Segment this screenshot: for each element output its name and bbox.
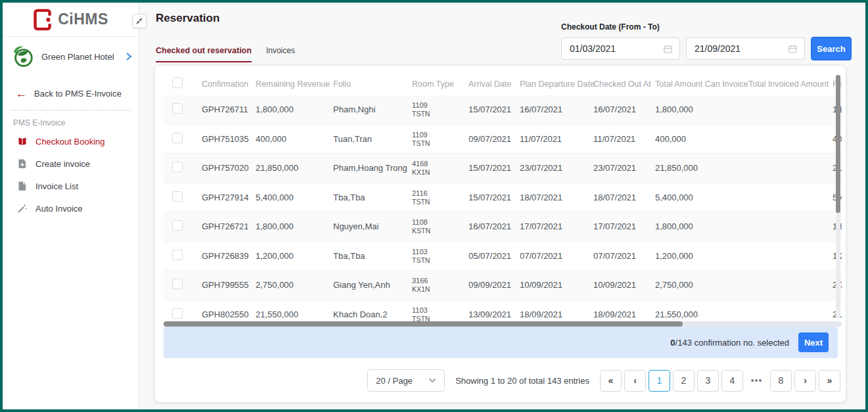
cell-folio: Pham,Hoang Trong [333, 163, 412, 173]
room-number: 1103 [412, 306, 462, 315]
next-button[interactable]: Next [798, 332, 829, 352]
collapse-arrows-icon [135, 16, 144, 26]
cell-folio: Khach Doan,2 [333, 309, 412, 319]
row-checkbox[interactable] [172, 308, 183, 319]
cell-room-type: 1108 KSTN [412, 218, 468, 235]
sidebar: CiHMS Green Planet Hotel ← Back to PMS E… [3, 3, 139, 409]
cell-plan-departure-date: 11/07/2021 [520, 134, 593, 144]
hotel-name: Green Planet Hotel [41, 52, 120, 62]
page-3-button[interactable]: 3 [697, 370, 719, 392]
row-checkbox[interactable] [172, 220, 183, 231]
selected-count: 0 [670, 338, 675, 348]
cell-folio: Tba,Tba [333, 251, 412, 261]
page-4-button[interactable]: 4 [721, 370, 743, 392]
horizontal-scrollbar[interactable] [164, 321, 842, 327]
first-page-button[interactable]: « [600, 370, 622, 392]
page-1-button[interactable]: 1 [649, 370, 670, 392]
search-button[interactable]: Search [811, 37, 852, 60]
cell-confirmation: GPH799555 [202, 280, 256, 290]
table-body: GPH726711 1,800,000 Pham,Nghi 1109 TSTN … [164, 95, 842, 321]
page-8-button[interactable]: 8 [770, 370, 792, 392]
main-content: Reservation Checked out reservation Invo… [140, 3, 865, 409]
sidebar-item-label: Auto Invoice [35, 204, 83, 214]
sidebar-item-label: Create invoice [35, 159, 90, 169]
cell-plan-departure-date: 18/09/2021 [520, 309, 593, 319]
prev-page-button[interactable]: ‹ [624, 370, 646, 392]
sidebar-item-checkout-booking[interactable]: Checkout Booking [3, 130, 139, 152]
cell-remaining-revenue: 400,000 [256, 134, 333, 144]
book-icon [17, 136, 28, 147]
cell-remaining-revenue: 1,200,000 [256, 251, 333, 261]
cell-room-type: 1103 TSTN [412, 248, 468, 264]
sidebar-item-auto-invoice[interactable]: Auto Invoice [3, 197, 139, 219]
cell-total-amount-can-invoice: 21,850,000 [655, 163, 748, 173]
date-to-input[interactable]: 21/09/2021 [686, 37, 805, 60]
tab-checked-out-reservation[interactable]: Checked out reservation [156, 46, 252, 62]
room-code: TSTN [412, 315, 462, 321]
row-checkbox[interactable] [172, 133, 183, 143]
sidebar-item-create-invoice[interactable]: Create invoice [3, 152, 139, 175]
room-code: KX1N [412, 168, 462, 176]
sidebar-item-label: Invoice List [35, 181, 78, 191]
calendar-icon [663, 44, 673, 54]
chevron-down-icon [428, 378, 436, 383]
cihms-door-logo-icon [33, 9, 53, 31]
logo: CiHMS [3, 3, 139, 37]
table-row: GPH726711 1,800,000 Pham,Nghi 1109 TSTN … [164, 95, 842, 125]
row-checkbox[interactable] [172, 191, 183, 202]
col-folio: Folio [333, 80, 412, 89]
page-size-select[interactable]: 20 / Page [367, 369, 445, 392]
reservation-table-card: Confirmation Remaining Revenue Folio Roo… [155, 66, 846, 402]
cell-confirmation: GPH727914 [202, 193, 256, 202]
cell-checked-out-at: 16/07/2021 [593, 104, 655, 114]
next-page-button[interactable]: › [794, 370, 816, 392]
cell-total-amount-can-invoice: 2,750,000 [655, 280, 748, 290]
cell-total-amount-can-invoice: 400,000 [655, 134, 748, 144]
sidebar-item-invoice-list[interactable]: Invoice List [3, 175, 139, 197]
page-2-button[interactable]: 2 [673, 370, 695, 392]
cell-confirmation: GPH726839 [202, 251, 256, 261]
row-checkbox[interactable] [172, 103, 183, 114]
pagination-pages: «‹1234•••8›» [600, 370, 843, 392]
cell-arrival-date: 15/07/2021 [468, 193, 520, 202]
logo-text: CiHMS [58, 11, 108, 28]
sidebar-menu: Checkout Booking Create invoice Invoice … [3, 130, 139, 219]
horizontal-scrollbar-thumb[interactable] [164, 321, 683, 327]
cell-folio: Nguyen,Mai [333, 221, 412, 231]
select-all-checkbox[interactable] [172, 78, 183, 88]
row-checkbox[interactable] [172, 279, 183, 289]
page-size-value: 20 / Page [376, 376, 413, 386]
col-room-type: Room Type [412, 80, 468, 89]
row-checkbox[interactable] [172, 162, 183, 172]
cell-confirmation: GPH726711 [202, 104, 256, 114]
back-arrow-icon: ← [16, 88, 27, 99]
cell-checked-out-at: 18/07/2021 [593, 193, 655, 202]
cell-plan-departure-date: 17/07/2021 [520, 221, 593, 231]
cell-folio: Tba,Tba [333, 193, 412, 202]
last-page-button[interactable]: » [819, 370, 840, 392]
row-checkbox[interactable] [172, 250, 183, 260]
vertical-scrollbar[interactable] [836, 75, 840, 318]
room-code: TSTN [412, 139, 462, 147]
filter-label: Checkout Date (From - To) [561, 22, 852, 32]
cell-plan-departure-date: 10/09/2021 [520, 280, 593, 290]
green-earth-icon [11, 44, 35, 69]
col-total-invoiced-amount: Total Invoiced Amount [748, 80, 833, 89]
room-number: 1109 [412, 101, 462, 110]
cell-confirmation: GPH726721 [202, 221, 256, 231]
cell-checked-out-at: 07/07/2021 [593, 251, 655, 261]
back-to-pms-link[interactable]: ← Back to PMS E-Invoice [3, 76, 139, 99]
tab-invoices[interactable]: Invoices [266, 46, 295, 62]
cell-remaining-revenue: 21,850,000 [256, 163, 333, 173]
cell-arrival-date: 15/07/2021 [468, 163, 520, 173]
date-from-input[interactable]: 01/03/2021 [561, 37, 680, 60]
hotel-selector[interactable]: Green Planet Hotel [3, 37, 139, 76]
cell-room-type: 2116 TSTN [412, 189, 468, 206]
sidebar-collapse-button[interactable] [132, 14, 147, 28]
cell-remaining-revenue: 21,550,000 [256, 309, 333, 319]
cell-arrival-date: 16/07/2021 [468, 221, 520, 231]
cell-total-amount-can-invoice: 1,800,000 [655, 104, 748, 114]
vertical-scrollbar-thumb[interactable] [836, 75, 840, 213]
cell-remaining-revenue: 1,800,000 [256, 221, 333, 231]
cell-remaining-revenue: 5,400,000 [256, 193, 333, 202]
